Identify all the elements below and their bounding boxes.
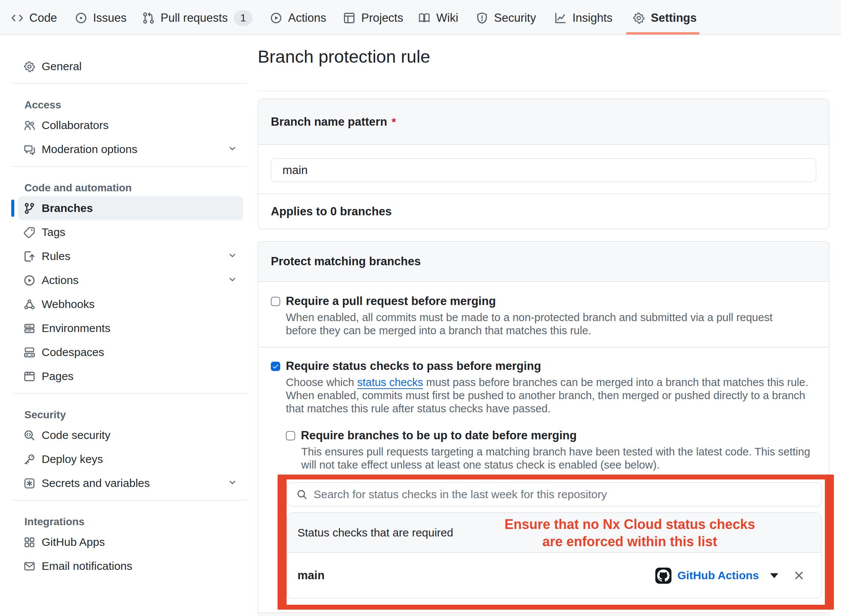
branch-name-pattern-body: [258, 145, 829, 194]
sidebar-divider: [11, 166, 247, 167]
status-check-name: main: [297, 569, 324, 582]
sidebar-item-branches[interactable]: Branches: [18, 196, 243, 220]
sidebar-item-label: Environments: [42, 322, 110, 335]
description-text: Choose which: [286, 376, 354, 388]
tag-icon: [24, 227, 35, 238]
sidebar-item-label: Collaborators: [42, 119, 108, 132]
branch-name-pattern-card: Branch name pattern * Applies to 0 branc…: [258, 99, 829, 229]
tab-label: Pull requests: [161, 11, 228, 25]
applies-to-branches-text: Applies to 0 branches: [271, 205, 392, 218]
tab-pull-requests[interactable]: Pull requests 1: [143, 2, 252, 35]
sidebar-item-pages[interactable]: Pages: [18, 364, 243, 388]
require-status-checks-checkbox[interactable]: [271, 362, 280, 371]
code-icon: [11, 12, 23, 24]
protect-matching-branches-header: Protect matching branches: [258, 242, 829, 282]
branch-name-pattern-label: Branch name pattern: [271, 115, 387, 129]
search-placeholder: Search for status checks in the last wee…: [314, 488, 607, 501]
sidebar-item-github-apps[interactable]: GitHub Apps: [18, 530, 243, 554]
issue-opened-icon: [75, 12, 87, 24]
status-check-search-input[interactable]: Search for status checks in the last wee…: [287, 482, 821, 506]
sidebar-section-integrations: Integrations: [11, 505, 247, 530]
chevron-down-icon: [228, 274, 237, 287]
git-pull-request-icon: [143, 12, 155, 24]
tab-label: Issues: [93, 11, 127, 25]
sidebar-item-environments[interactable]: Environments: [18, 316, 243, 340]
required-asterisk: *: [392, 116, 396, 128]
search-icon: [296, 489, 308, 500]
sidebar-item-label: GitHub Apps: [42, 536, 105, 548]
next-section-header-partial: [258, 613, 829, 616]
sidebar-item-code-security[interactable]: Code security: [18, 423, 243, 447]
tab-code[interactable]: Code: [11, 2, 57, 35]
apps-icon: [24, 536, 35, 548]
require-pull-request-section: Require a pull request before merging Wh…: [258, 282, 829, 347]
sidebar-item-codespaces[interactable]: Codespaces: [18, 340, 243, 364]
main-content: Branch protection rule Branch name patte…: [258, 0, 829, 616]
sidebar-item-label: Rules: [42, 250, 71, 263]
status-check-row: main GitHub Actions: [287, 553, 821, 598]
require-pull-request-description: When enabled, all commits must be made t…: [286, 311, 785, 337]
sidebar-item-deploy-keys[interactable]: Deploy keys: [18, 447, 243, 471]
sidebar-item-general[interactable]: General: [18, 54, 243, 78]
branch-name-pattern-header: Branch name pattern *: [258, 99, 829, 145]
title-divider: [258, 91, 829, 91]
remove-status-check-button[interactable]: [793, 570, 805, 581]
octocat-icon: [657, 569, 670, 582]
sidebar-item-label: Moderation options: [42, 143, 137, 156]
sidebar-item-label: Pages: [42, 370, 74, 383]
mail-icon: [24, 560, 35, 572]
sidebar-item-email-notifications[interactable]: Email notifications: [18, 554, 243, 578]
sidebar-section-access: Access: [11, 89, 247, 113]
status-checks-list-header: Status checks that are required: [287, 513, 821, 553]
caret-down-icon[interactable]: [770, 573, 778, 578]
sidebar-item-rules[interactable]: Rules: [18, 244, 243, 268]
protect-matching-branches-label: Protect matching branches: [271, 255, 421, 268]
protect-matching-branches-card: Protect matching branches Require a pull…: [258, 241, 829, 616]
sidebar-item-moderation-options[interactable]: Moderation options: [18, 137, 243, 161]
gear-icon: [24, 61, 35, 72]
comment-discussion-icon: [24, 144, 35, 155]
sidebar-item-webhooks[interactable]: Webhooks: [18, 292, 243, 316]
sidebar-item-collaborators[interactable]: Collaborators: [18, 113, 243, 137]
sidebar-item-label: General: [42, 60, 82, 73]
git-branch-icon: [24, 203, 35, 214]
sidebar-section-security: Security: [11, 398, 247, 423]
sidebar-divider: [11, 393, 247, 394]
status-checks-list-header-text: Status checks that are required: [297, 526, 453, 539]
require-up-to-date-description: This ensures pull requests targeting a m…: [301, 445, 816, 472]
require-up-to-date-label: Require branches to be up to date before…: [301, 429, 577, 442]
play-icon: [24, 275, 35, 286]
github-settings-page: Code Issues Pull requests 1 Actions Proj…: [0, 0, 841, 616]
require-pull-request-checkbox[interactable]: [271, 297, 280, 306]
require-status-checks-description: Choose which status checks must pass bef…: [286, 376, 815, 415]
require-up-to-date-section: Require branches to be up to date before…: [286, 428, 816, 472]
webhook-icon: [24, 299, 35, 310]
chevron-down-icon: [228, 143, 237, 156]
key-icon: [24, 454, 35, 465]
sidebar-item-label: Tags: [42, 226, 65, 239]
status-checks-link[interactable]: status checks: [357, 376, 423, 388]
sidebar-item-label: Email notifications: [42, 560, 132, 572]
require-up-to-date-checkbox[interactable]: [286, 431, 295, 440]
sidebar-divider: [11, 500, 247, 500]
github-actions-app-link[interactable]: GitHub Actions: [677, 569, 759, 582]
sidebar-section-code-and-automation: Code and automation: [11, 171, 247, 196]
close-icon: [793, 570, 805, 581]
sidebar-item-secrets-and-variables[interactable]: Secrets and variables: [18, 471, 243, 495]
rules-icon: [24, 251, 35, 262]
server-icon: [24, 323, 35, 334]
sidebar-item-label: Branches: [42, 202, 93, 215]
sidebar-item-label: Secrets and variables: [42, 477, 150, 490]
chevron-down-icon: [228, 250, 237, 263]
codespaces-icon: [24, 347, 35, 358]
annotation-highlight-box: Search for status checks in the last wee…: [278, 475, 834, 610]
pull-request-count-badge: 1: [234, 10, 252, 26]
sidebar-divider: [11, 83, 247, 84]
sidebar-item-label: Code security: [42, 429, 110, 442]
sidebar-item-actions[interactable]: Actions: [18, 268, 243, 292]
sidebar-item-label: Actions: [42, 274, 78, 287]
require-pull-request-label: Require a pull request before merging: [286, 294, 496, 308]
sidebar-item-tags[interactable]: Tags: [18, 220, 243, 244]
tab-issues[interactable]: Issues: [75, 2, 127, 35]
branch-name-pattern-input[interactable]: [271, 158, 816, 182]
